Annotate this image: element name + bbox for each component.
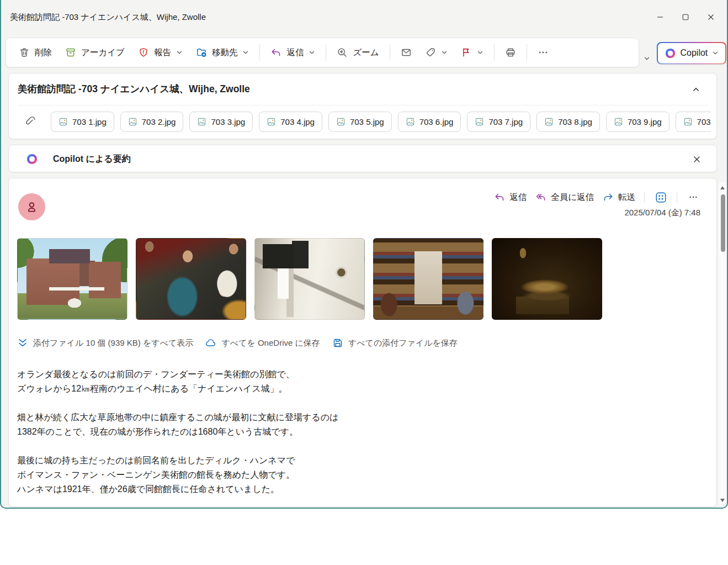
scroll-down-arrow-icon[interactable] — [720, 499, 725, 502]
cloud-icon — [205, 337, 216, 348]
archive-button[interactable]: アーカイブ — [59, 41, 131, 64]
still-life-fish-photo[interactable] — [492, 238, 602, 320]
archive-label: アーカイブ — [81, 47, 125, 59]
attachment-chip[interactable]: 703 4.jpg — [259, 112, 322, 132]
reply-all-button[interactable]: 全員に返信 — [535, 192, 594, 203]
image-file-icon — [128, 117, 137, 126]
chevron-down-icon — [242, 49, 249, 56]
attachment-chip[interactable]: 703 1.jpg — [51, 112, 114, 132]
scrollbar-thumb[interactable] — [721, 194, 725, 252]
maximize-button[interactable] — [673, 6, 698, 28]
attachment-list: 703 1.jpg703 2.jpg703 3.jpg703 4.jpg703 … — [51, 112, 711, 132]
zoom-button[interactable]: ズーム — [331, 41, 385, 64]
tag-icon — [425, 47, 436, 58]
delete-button[interactable]: 削除 — [13, 41, 58, 64]
image-file-icon — [59, 117, 68, 126]
reply-all-arrow-icon — [535, 192, 546, 203]
image-file-icon — [683, 117, 693, 126]
subject-card: 美術館訪問記 -703 ナイエンハイス城、Wijhe, Zwolle 703 1… — [8, 73, 717, 139]
chevron-down-icon — [441, 49, 448, 56]
sender-avatar[interactable] — [18, 193, 45, 220]
archive-icon — [65, 47, 76, 58]
forward-label: 転送 — [618, 192, 635, 203]
close-summary-button[interactable] — [690, 152, 703, 166]
attachment-action-bar: 添付ファイル 10 個 (939 KB) をすべて表示 すべてを OneDriv… — [17, 335, 458, 351]
toolbar-collapse-button[interactable] — [640, 52, 653, 65]
attachment-chip[interactable]: 703 2.jpg — [120, 112, 184, 132]
attachment-filename: 703 2.jpg — [142, 117, 176, 126]
attachment-chip[interactable]: 703 10.jpg — [676, 112, 711, 132]
message-header-actions: 返信 全員に返信 転送 — [494, 189, 700, 205]
apps-grid-icon — [655, 191, 667, 204]
close-button[interactable] — [698, 6, 724, 28]
zoom-label: ズーム — [353, 47, 379, 59]
body-paragraph: 畑と林が続く広大な草原地帯の中に鎮座するこの城が最初に文献に登場するのは 138… — [17, 410, 694, 439]
apps-button[interactable] — [653, 190, 668, 204]
attachment-chip[interactable]: 703 9.jpg — [606, 112, 669, 132]
chevron-down-icon — [712, 50, 719, 56]
mark-unread-button[interactable] — [395, 41, 418, 64]
attachment-filename: 703 1.jpg — [72, 117, 107, 126]
message-card: 返信 全員に返信 転送 2025/07/04 ( — [8, 178, 717, 507]
flag-button[interactable] — [455, 41, 490, 64]
reply-label: 返信 — [286, 47, 304, 59]
person-icon — [24, 199, 39, 214]
more-options-icon — [538, 47, 549, 58]
castle-exterior-photo[interactable] — [17, 238, 127, 320]
attachment-row: 703 1.jpg703 2.jpg703 3.jpg703 4.jpg703 … — [18, 109, 711, 134]
attachment-chip[interactable]: 703 7.jpg — [467, 112, 530, 132]
attachment-filename: 703 6.jpg — [419, 117, 454, 126]
attachment-filename: 703 7.jpg — [488, 117, 523, 126]
print-button[interactable] — [499, 41, 522, 64]
attachment-chip[interactable]: 703 6.jpg — [398, 112, 461, 132]
attachment-filename: 703 10.jpg — [697, 117, 711, 126]
toolbar-separator — [326, 44, 326, 61]
chevron-up-icon — [692, 86, 700, 93]
save-all-attachments-button[interactable]: すべての添付ファイルを保存 — [332, 337, 458, 348]
thumbnail-row — [17, 238, 602, 320]
toolbar-separator — [390, 44, 390, 61]
attachment-chip[interactable]: 703 3.jpg — [189, 112, 253, 132]
copilot-summary-bar: Copilot による要約 — [8, 145, 717, 172]
copilot-label: Copilot — [681, 48, 708, 58]
zoom-magnifier-icon — [337, 47, 348, 58]
window-controls — [647, 6, 724, 28]
report-button[interactable]: 報告 — [132, 41, 189, 64]
divider — [677, 192, 677, 203]
move-to-button[interactable]: 移動先 — [190, 41, 256, 64]
reply-all-label: 全員に返信 — [551, 192, 594, 203]
more-options-button[interactable] — [532, 41, 555, 64]
categorize-button[interactable] — [419, 41, 454, 64]
reply-button-toolbar[interactable]: 返信 — [264, 41, 321, 64]
staircase-interior-photo[interactable] — [254, 238, 365, 320]
message-more-button[interactable] — [686, 190, 700, 204]
divider — [18, 105, 708, 105]
flag-icon — [461, 47, 472, 58]
copilot-button[interactable]: Copilot — [657, 42, 726, 64]
minimize-button[interactable] — [647, 6, 673, 28]
copilot-button-inner: Copilot — [658, 43, 726, 64]
forward-button[interactable]: 転送 — [603, 192, 635, 203]
copilot-logo-icon — [665, 47, 676, 59]
chevron-down-icon — [176, 49, 183, 56]
image-file-icon — [336, 117, 346, 126]
painting-figures-photo[interactable] — [136, 238, 246, 320]
attachment-chip[interactable]: 703 5.jpg — [328, 112, 392, 132]
screenshot-stage: 美術館訪問記 -703 ナイエンハイス城、Wijhe, Zwolle 削除 — [0, 0, 728, 565]
copilot-logo-icon — [26, 153, 38, 165]
body-paragraph: オランダ最後となるのは前回のデ・フンダーティー美術館の別館で、 ズウォレから12… — [17, 367, 694, 396]
show-all-attachments-button[interactable]: 添付ファイル 10 個 (939 KB) をすべて表示 — [17, 337, 193, 348]
copilot-summary-label: Copilot による要約 — [53, 154, 131, 165]
scroll-up-arrow-icon[interactable] — [720, 186, 725, 189]
divider — [644, 192, 645, 203]
attachment-chip[interactable]: 703 8.jpg — [536, 112, 600, 132]
library-room-photo[interactable] — [373, 238, 483, 320]
collapse-message-button[interactable] — [689, 82, 703, 97]
reply-button[interactable]: 返信 — [494, 192, 527, 203]
toolbar-separator — [527, 44, 527, 61]
paperclip-icon — [23, 115, 36, 128]
vertical-scrollbar[interactable] — [719, 182, 727, 506]
window-title: 美術館訪問記 -703 ナイエンハイス城、Wijhe, Zwolle — [10, 12, 206, 23]
minimize-icon — [657, 14, 663, 20]
save-to-onedrive-button[interactable]: すべてを OneDrive に保存 — [205, 337, 320, 348]
